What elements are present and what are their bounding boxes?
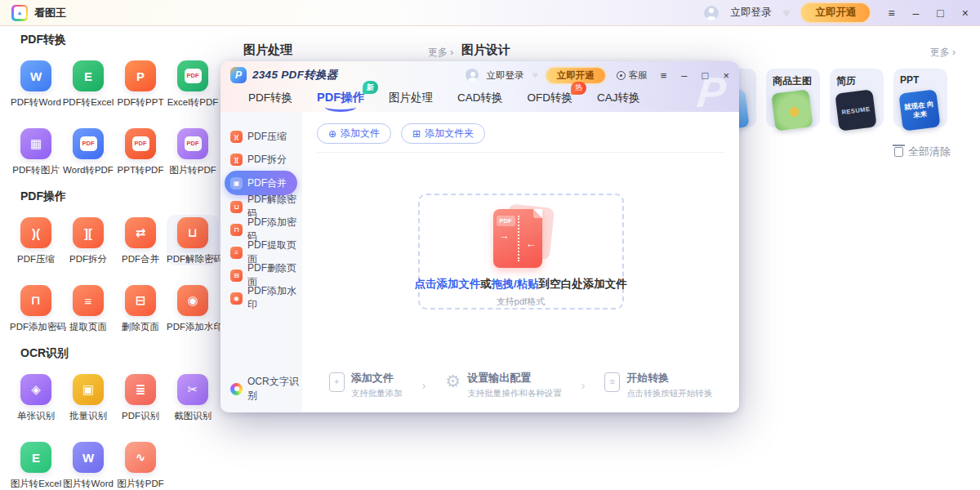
chevron-right-icon: › [581,379,586,392]
tool-delete-pages-icon[interactable]: ⊟删除页面 [114,283,167,333]
tab-CAJ转换[interactable]: CAJ转换 [597,91,640,105]
sidebar-item-PDF压缩[interactable]: )(PDF压缩 [220,125,302,148]
tab-OFD转换[interactable]: OFD转换热 [528,91,573,105]
tab-PDF操作[interactable]: PDF操作新 [317,90,364,105]
pdf-icon: PDF [177,128,208,159]
tab-CAD转换[interactable]: CAD转换 [457,91,503,105]
dialog-upgrade-button[interactable]: 立即开通 [546,68,605,83]
dialog-tab-bar: PDF转换PDF操作新图片处理CAD转换OFD转换热CAJ转换 [220,83,739,105]
ppt-icon: P [125,60,156,91]
tool-label: PDF转Word [10,96,62,109]
minimize-icon[interactable]: – [913,7,920,19]
tool-label: PPT转PDF [114,164,167,176]
tool-ppt-icon[interactable]: PPDF转PPT [114,58,167,109]
extract-pages-icon: ≡ [230,247,243,259]
tool-excel-icon[interactable]: EPDF转Excel [62,58,114,109]
tool-pdf-icon[interactable]: PDFPPT转PDF [114,126,167,176]
avatar-icon[interactable] [704,6,719,20]
sidebar-item-PDF提取页面[interactable]: ≡PDF提取页面 [220,241,302,264]
upgrade-button[interactable]: 立即开通 [801,3,870,22]
tool-label: PDF拆分 [62,253,114,265]
tool-label: 图片转PDF [167,164,219,176]
design-card-label: 简历 [836,74,884,88]
tool-pdf-icon[interactable]: PDFExcel转PDF [167,58,219,109]
folder-plus-icon: ⊞ [412,129,421,139]
tool-compress-icon[interactable]: )(PDF压缩 [10,215,62,265]
dialog-login-button[interactable]: 立即登录 [487,69,524,82]
tool-pdf-icon[interactable]: PDFWord转PDF [62,126,114,176]
chevron-right-icon: › [422,379,426,392]
tool-label: PDF转图片 [10,164,62,176]
menu-icon[interactable]: ≡ [888,7,894,19]
tool-pdf-ocr-icon[interactable]: ≣PDF识别 [114,372,167,422]
clear-all-button[interactable]: 全部清除 [894,145,951,159]
close-icon[interactable]: × [962,7,969,19]
word-icon: W [73,442,104,473]
tool-unlock-icon[interactable]: ⊔PDF解除密码 [167,215,219,265]
design-card[interactable]: 简历RESUME [830,69,884,127]
tool-label: PDF解除密码 [167,253,219,265]
sidebar-item-PDF解除密码[interactable]: ⊔PDF解除密码 [220,195,302,218]
lock-icon: ⊓ [230,224,243,236]
single-scan-icon: ◈ [20,374,51,405]
split-icon: ][ [230,154,243,166]
dialog-menu-icon[interactable]: ≡ [661,70,667,81]
tool-split-icon[interactable]: ][PDF拆分 [62,215,114,265]
tool-label: 图片转PDF [114,478,167,490]
pdf-chip-glyph: PDF [80,136,97,151]
sidebar-item-PDF添加水印[interactable]: ◉PDF添加水印 [220,287,302,310]
tool-merge-icon[interactable]: ⇄PDF合并 [114,215,167,265]
design-card[interactable]: PPT就现在 向未来 [893,69,947,127]
login-button[interactable]: 立即登录 [730,6,771,20]
dialog-heart-icon[interactable]: ♥ [532,69,538,81]
lock-icon: ⊓ [20,285,51,316]
dialog-avatar-icon[interactable] [466,69,479,82]
maximize-icon[interactable]: □ [937,7,943,19]
tool-label: PDF压缩 [10,253,62,265]
tool-excel-icon[interactable]: E图片转Excel [10,439,62,490]
headset-icon [617,71,626,80]
support-button[interactable]: 客服 [617,69,648,82]
pdf-badge: PDF [497,216,515,226]
sidebar-item-PDF删除页面[interactable]: ⊟PDF删除页面 [220,264,302,287]
tool-single-scan-icon[interactable]: ◈单张识别 [10,372,62,422]
more-link-image-design[interactable]: 更多 › [930,46,956,60]
tool-label: PDF转Excel [62,96,114,109]
tool-lock-icon[interactable]: ⊓PDF添加密码 [10,283,62,333]
add-file-button[interactable]: ⊕ 添加文件 [317,123,391,144]
pdf-icon: PDF [177,60,208,91]
dialog-close-icon[interactable]: × [723,70,729,81]
tool-watermark-icon[interactable]: ◉PDF添加水印 [167,283,219,333]
tool-label: Excel转PDF [167,96,219,109]
tool-batch-scan-icon[interactable]: ▣批量识别 [62,372,114,422]
merge-icon: ▣ [230,177,243,189]
tool-pdf-icon[interactable]: PDF图片转PDF [167,126,219,176]
tool-word-icon[interactable]: WPDF转Word [10,58,62,109]
sidebar-item-ocr[interactable]: OCR文字识别 [230,375,302,403]
dialog-maximize-icon[interactable]: □ [702,70,709,81]
sidebar-item-PDF拆分[interactable]: ][PDF拆分 [220,148,302,171]
tool-pdf-icon[interactable]: ∿图片转PDF [114,439,167,490]
sidebar-item-label: PDF合并 [247,176,287,190]
heart-icon[interactable]: ♥ [782,6,790,20]
tool-screenshot-ocr-icon[interactable]: ✂截图识别 [167,372,219,422]
design-card[interactable]: 商品主图 [766,69,820,127]
tool-extract-pages-icon[interactable]: ≡提取页面 [62,283,114,333]
tab-图片处理[interactable]: 图片处理 [389,91,433,105]
tool-word-icon[interactable]: W图片转Word [62,439,114,490]
tool-section: OCR识别◈单张识别▣批量识别≣PDF识别✂截图识别E图片转ExcelW图片转W… [10,346,220,490]
tab-PDF转换[interactable]: PDF转换 [248,91,292,105]
more-link-image-processing[interactable]: 更多 › [428,46,453,60]
dialog-minimize-icon[interactable]: – [681,70,687,81]
sidebar-item-PDF添加密码[interactable]: ⊓PDF添加密码 [220,218,302,241]
design-card-label: 商品主图 [773,74,820,88]
add-folder-button[interactable]: ⊞ 添加文件夹 [401,123,485,144]
sidebar-item-PDF合并[interactable]: ▣PDF合并 [225,171,297,195]
section-title-image-design: 图片设计 [461,42,510,58]
file-dropzone[interactable]: PDF → ← 点击添加文件或拖拽/粘贴到空白处添加文件 支持pdf格式 [418,194,624,310]
design-card-thumbnail: 就现在 向未来 [898,89,940,131]
tool-image-icon[interactable]: ▦PDF转图片 [10,126,62,176]
tool-grid: ◈单张识别▣批量识别≣PDF识别✂截图识别E图片转ExcelW图片转Word∿图… [10,372,220,490]
dialog-title: 2345 PDF转换器 [252,68,338,82]
arrow-left-icon: ← [526,238,537,249]
